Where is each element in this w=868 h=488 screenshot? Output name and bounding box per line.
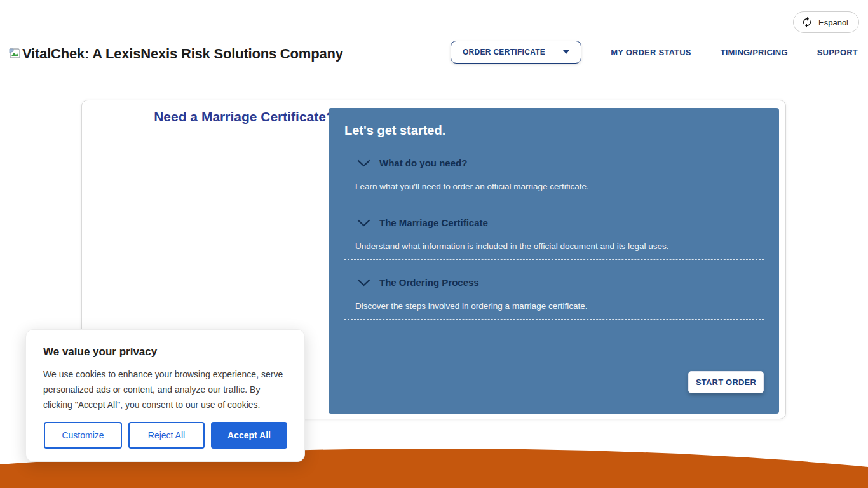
- accordion-header[interactable]: The Marriage Certificate: [344, 217, 764, 228]
- dashed-divider: [344, 200, 764, 200]
- accordion-description: Understand what information is included …: [344, 241, 764, 251]
- order-certificate-label: ORDER CERTIFICATE: [463, 48, 545, 57]
- reject-all-button[interactable]: Reject All: [128, 422, 205, 449]
- accordion-title: The Marriage Certificate: [379, 217, 488, 228]
- language-toggle-button[interactable]: Español: [793, 11, 859, 33]
- cookie-message: We use cookies to enhance your browsing …: [43, 367, 286, 412]
- chevron-down-icon: [357, 279, 370, 287]
- accordion-description: Learn what you'll need to order an offic…: [344, 182, 764, 191]
- accept-all-button[interactable]: Accept All: [211, 422, 287, 449]
- chevron-down-icon: [563, 50, 569, 54]
- accordion-header[interactable]: What do you need?: [344, 158, 764, 168]
- accordion-title: What do you need?: [379, 158, 467, 168]
- accordion-item-marriage-certificate: The Marriage Certificate Understand what…: [344, 217, 764, 260]
- order-certificate-dropdown[interactable]: ORDER CERTIFICATE: [451, 41, 581, 64]
- cookie-buttons-row: Customize Reject All Accept All: [44, 422, 287, 449]
- chevron-down-icon: [357, 219, 370, 227]
- accordion-list: What do you need? Learn what you'll need…: [344, 158, 764, 320]
- customize-button[interactable]: Customize: [44, 422, 122, 449]
- chevron-down-icon: [357, 159, 370, 167]
- vitalchek-logo[interactable]: VitalChek: A LexisNexis Risk Solutions C…: [9, 46, 343, 63]
- language-refresh-icon: [801, 17, 813, 28]
- main-navigation: ORDER CERTIFICATE MY ORDER STATUS TIMING…: [451, 41, 858, 64]
- broken-image-icon: [9, 46, 21, 63]
- cookie-consent-dialog: We value your privacy We use cookies to …: [25, 329, 305, 462]
- nav-support[interactable]: SUPPORT: [817, 48, 858, 57]
- accordion-description: Discover the steps involved in ordering …: [344, 301, 764, 311]
- nav-my-order-status[interactable]: MY ORDER STATUS: [611, 48, 691, 57]
- nav-timing-pricing[interactable]: TIMING/PRICING: [721, 48, 788, 57]
- get-started-panel: Let's get started. What do you need? Lea…: [329, 108, 779, 414]
- accordion-item-what-do-you-need: What do you need? Learn what you'll need…: [344, 158, 764, 200]
- cookie-title: We value your privacy: [43, 346, 287, 358]
- language-label: Español: [818, 18, 848, 27]
- dashed-divider: [344, 259, 764, 260]
- accordion-item-ordering-process: The Ordering Process Discover the steps …: [344, 277, 764, 320]
- panel-title: Let's get started.: [344, 123, 764, 138]
- dashed-divider: [344, 319, 764, 320]
- logo-alt-text: VitalChek: A LexisNexis Risk Solutions C…: [22, 46, 343, 62]
- accordion-header[interactable]: The Ordering Process: [344, 277, 764, 288]
- start-order-button[interactable]: START ORDER: [688, 371, 764, 393]
- accordion-title: The Ordering Process: [379, 277, 479, 288]
